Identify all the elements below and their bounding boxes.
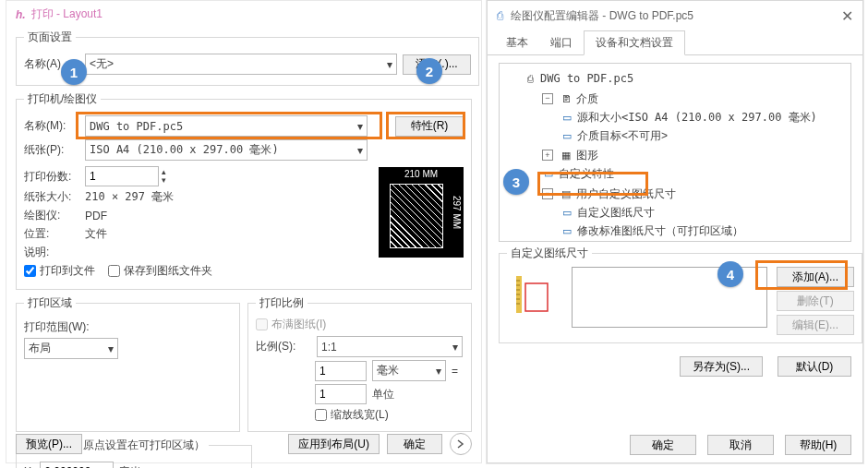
printer-group: 打印机/绘图仪 名称(M): DWG to PDF.pc5 ▾ 特性(R) 纸张… [16, 91, 472, 290]
plotter-icon: ⎙ [524, 72, 536, 85]
custom-edit-button: 编辑(E)... [777, 315, 854, 335]
scale-lineweight-checkbox[interactable]: 缩放线宽(L) [315, 407, 389, 423]
custom-paper-zone: 自定义图纸尺寸 添加(A)... 删 [499, 246, 851, 343]
plot-scale-legend: 打印比例 [256, 295, 307, 311]
custom-add-button[interactable]: 添加(A)... [777, 267, 854, 287]
scale-ratio-label: 比例(S): [256, 339, 311, 354]
callout-4: 4 [717, 261, 743, 287]
plot-range-select[interactable]: 布局 ▾ [24, 338, 118, 359]
chevron-right-icon [456, 439, 465, 449]
print-dialog-titlebar: h. 打印 - Layout1 [6, 1, 481, 28]
paper-value: ISO A4 (210.00 x 297.00 毫米) [90, 142, 279, 158]
doc-icon: ▭ [561, 224, 573, 237]
papersize-label: 纸张大小: [24, 189, 79, 205]
custom-delete-button: 删除(T) [777, 291, 854, 311]
scale-ratio-select[interactable]: 1:1 ▾ [317, 336, 463, 357]
page-setup-legend: 页面设置 [24, 30, 76, 45]
expand-icon[interactable]: + [542, 150, 553, 161]
copies-label: 打印份数: [24, 169, 79, 185]
scale-unit-select[interactable]: 毫米 ▾ [372, 360, 446, 381]
equals-label: = [452, 365, 458, 378]
papersize-value: 210 × 297 毫米 [85, 189, 174, 205]
chevron-down-icon: ▾ [452, 341, 458, 354]
location-value: 文件 [85, 226, 107, 242]
tree-custom-paper[interactable]: 自定义图纸尺寸 [577, 203, 655, 222]
collapse-icon[interactable]: − [542, 188, 553, 199]
paper-select[interactable]: ISO A4 (210.00 x 297.00 毫米) ▾ [85, 139, 368, 161]
tree-media-tgt[interactable]: 介质目标<不可用> [577, 126, 668, 145]
copies-input[interactable] [85, 166, 159, 186]
tab-general[interactable]: 基本 [495, 31, 539, 54]
save-to-folder-check-icon[interactable] [108, 265, 120, 277]
pce-ok-button[interactable]: 确定 [630, 435, 696, 455]
default-button[interactable]: 默认(D) [778, 356, 851, 377]
fit-check-icon [256, 318, 268, 330]
scale-units-value-input[interactable] [315, 384, 367, 404]
scale-ratio-value: 1:1 [321, 341, 337, 354]
callout-2: 2 [416, 58, 442, 84]
tree-root[interactable]: DWG to PDF.pc5 [540, 69, 633, 88]
tree-media-src[interactable]: 源和大小<ISO A4 (210.00 x 297.00 毫米) [577, 108, 817, 126]
offset-x-input[interactable] [40, 462, 114, 468]
plotter-icon: ⎙ [497, 9, 503, 22]
tab-device-doc-settings[interactable]: 设备和文档设置 [584, 30, 685, 55]
pce-titlebar: ⎙ 绘图仪配置编辑器 - DWG to PDF.pc5 ✕ [488, 1, 862, 30]
collapse-icon[interactable]: − [542, 93, 553, 104]
printer-name-label: 名称(M): [24, 118, 79, 134]
pce-help-button[interactable]: 帮助(H) [785, 435, 851, 455]
printer-legend: 打印机/绘图仪 [24, 91, 101, 107]
preview-button[interactable]: 预览(P)... [16, 434, 82, 454]
doc-icon: ▭ [542, 167, 555, 180]
scale-unit-value-input[interactable] [315, 361, 367, 381]
chevron-down-icon: ▾ [357, 144, 363, 157]
media-icon: 🖹 [560, 92, 573, 105]
settings-tree[interactable]: ⎙DWG to PDF.pc5 −🖹介质 ▭源和大小<ISO A4 (210.0… [499, 63, 851, 242]
svg-rect-7 [525, 283, 548, 311]
scale-units-label: 单位 [372, 387, 394, 402]
expand-button[interactable] [450, 433, 472, 455]
apply-to-layout-button[interactable]: 应用到布局(U) [288, 434, 380, 454]
printer-name-select[interactable]: DWG to PDF.pc5 ▾ [85, 115, 368, 137]
tree-custom-props[interactable]: 自定义特性 [559, 164, 614, 183]
plot-area-group: 打印区域 打印范围(W): 布局 ▾ [16, 295, 240, 432]
printer-properties-button[interactable]: 特性(R) [395, 116, 464, 137]
custom-paper-size-legend: 自定义图纸尺寸 [507, 246, 592, 261]
print-title-prefix: 打印 - [31, 7, 64, 20]
plot-to-file-checkbox[interactable]: 打印到文件 [24, 263, 95, 279]
tab-port[interactable]: 端口 [539, 31, 584, 54]
page-setup-name-select[interactable]: <无> ▾ [85, 54, 397, 75]
plot-range-label: 打印范围(W): [24, 319, 90, 335]
plot-scale-group: 打印比例 布满图纸(I) 比例(S): 1:1 ▾ 毫米 ▾ = [247, 295, 472, 432]
desc-label: 说明: [24, 245, 79, 260]
tree-mod-std[interactable]: 修改标准图纸尺寸（可打印区域） [577, 222, 743, 240]
spinner-arrows-icon[interactable]: ▴▾ [162, 168, 166, 185]
save-to-folder-checkbox[interactable]: 保存到图纸文件夹 [108, 263, 212, 279]
pce-tabs: 基本 端口 设备和文档设置 [488, 30, 862, 55]
ruler-page-icon [507, 267, 562, 313]
chevron-down-icon: ▾ [108, 342, 114, 355]
plotter-config-dialog: ⎙ 绘图仪配置编辑器 - DWG to PDF.pc5 ✕ 基本 端口 设备和文… [487, 0, 863, 463]
plot-to-file-check-icon[interactable] [24, 265, 36, 277]
plotter-label: 绘图仪: [24, 208, 79, 223]
page-setup-name-value: <无> [90, 56, 114, 72]
offset-x-unit: 毫米 [119, 464, 141, 469]
preview-hatch-icon [390, 184, 443, 248]
paper-icon: ▤ [560, 187, 573, 200]
print-ok-button[interactable]: 确定 [387, 434, 442, 454]
doc-icon: ▭ [561, 206, 573, 219]
paper-preview: 210 MM 297 MM [379, 167, 464, 258]
chevron-down-icon: ▾ [387, 58, 392, 71]
paper-label: 纸张(P): [24, 142, 79, 158]
callout-3: 3 [503, 169, 529, 195]
tree-user-paper[interactable]: 用户自定义图纸尺寸 [576, 185, 676, 203]
tree-graphics[interactable]: 图形 [576, 146, 598, 164]
plot-range-value: 布局 [29, 341, 51, 356]
plot-area-legend: 打印区域 [24, 295, 76, 311]
tree-filter[interactable]: 过滤图纸尺寸 [577, 240, 644, 243]
pce-cancel-button[interactable]: 取消 [707, 435, 774, 455]
fit-to-paper-checkbox: 布满图纸(I) [256, 317, 326, 332]
scale-lw-check-icon[interactable] [315, 409, 327, 421]
close-icon[interactable]: ✕ [841, 7, 853, 25]
tree-media[interactable]: 介质 [576, 90, 598, 108]
save-as-button[interactable]: 另存为(S)... [680, 356, 763, 377]
